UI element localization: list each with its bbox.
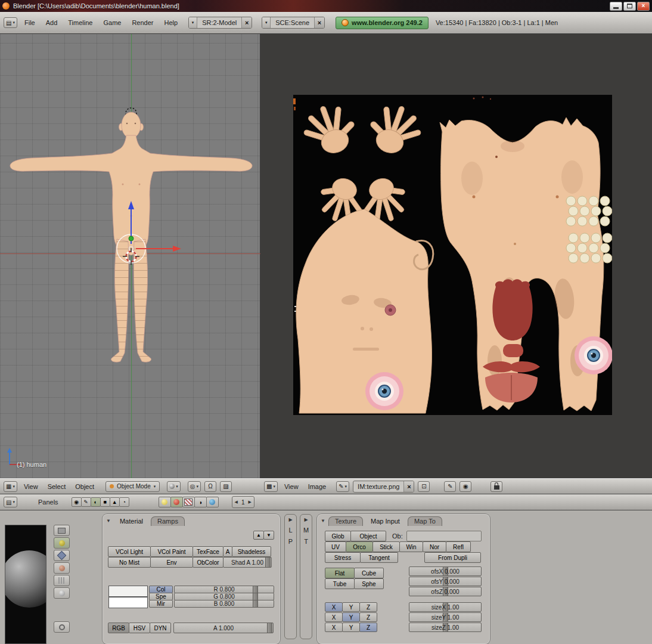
- menu-timeline[interactable]: Timeline: [64, 18, 96, 27]
- x-axis-row3-button[interactable]: X: [325, 623, 343, 632]
- tab-ramps[interactable]: Ramps: [151, 516, 185, 526]
- y-axis-row2-button[interactable]: Y: [342, 612, 360, 622]
- z-axis-row2-button[interactable]: Z: [359, 612, 377, 622]
- stress-toggle[interactable]: Stress: [325, 552, 361, 563]
- screen-selector-value[interactable]: SR:2-Model: [197, 19, 241, 26]
- y-axis-handle[interactable]: [129, 236, 133, 241]
- editor-type-menu[interactable]: ▤▾: [4, 497, 17, 507]
- env-toggle[interactable]: Env: [150, 557, 193, 568]
- collapse-arrow-icon[interactable]: ▼: [106, 518, 111, 524]
- image-browse-dropdown[interactable]: ✎▾: [336, 481, 349, 492]
- tab-map-to[interactable]: Map To: [408, 516, 442, 526]
- texture-image[interactable]: [293, 95, 612, 415]
- glob-toggle[interactable]: Glob: [325, 531, 351, 541]
- lamp-buttons-button[interactable]: [159, 497, 171, 507]
- nor-toggle[interactable]: Nor: [423, 541, 446, 552]
- shadow-alpha-slider[interactable]: Shad A 1.00: [223, 557, 272, 568]
- editor-type-menu[interactable]: ▩▾: [264, 481, 278, 492]
- collapse-arrow-icon[interactable]: ▼: [321, 518, 325, 524]
- ofsx-slider[interactable]: ofsX 0.000: [409, 566, 482, 576]
- preview-sphere-button[interactable]: [54, 537, 70, 549]
- sizey-slider[interactable]: sizeY 1.00: [409, 612, 482, 622]
- browse-icon[interactable]: ▾: [262, 17, 271, 28]
- preview-sky-button[interactable]: [54, 621, 70, 633]
- minimize-button[interactable]: [610, 2, 622, 11]
- uv-toggle[interactable]: UV: [325, 541, 346, 552]
- ofsy-slider[interactable]: ofsY 0.000: [409, 577, 482, 586]
- frame-number-stepper[interactable]: ◀ 1 ▶: [232, 496, 254, 508]
- obcolor-toggle[interactable]: ObColor: [193, 557, 223, 568]
- preview-monkey-button[interactable]: [54, 562, 70, 574]
- menu-help[interactable]: Help: [161, 18, 182, 27]
- menu-add[interactable]: Add: [42, 18, 61, 27]
- sizex-slider[interactable]: sizeX 1.00: [409, 602, 482, 612]
- tab-material[interactable]: Material: [114, 517, 149, 526]
- viewport-3d[interactable]: x (1) human: [0, 34, 260, 478]
- no-mist-toggle[interactable]: No Mist: [108, 557, 151, 568]
- preview-cube-button[interactable]: [54, 550, 70, 561]
- viewport-menu-view[interactable]: View: [21, 482, 41, 491]
- win-toggle[interactable]: Win: [399, 541, 423, 552]
- copy-material-button[interactable]: ▲: [253, 531, 264, 540]
- mir-channel-button[interactable]: Mir: [149, 600, 173, 608]
- render-preview-button[interactable]: ▨: [220, 481, 232, 492]
- sphere-projection-button[interactable]: Sphe: [354, 578, 384, 589]
- texface-toggle[interactable]: TexFace: [193, 546, 223, 557]
- clone-brush-button[interactable]: ◉: [459, 481, 471, 492]
- preview-hair-button[interactable]: [54, 575, 70, 586]
- world-buttons-button[interactable]: [206, 497, 219, 507]
- y-axis-row1-button[interactable]: Y: [342, 602, 360, 612]
- draw-type-dropdown[interactable]: ▾: [167, 481, 181, 492]
- snap-magnet-button[interactable]: Ω: [204, 481, 216, 492]
- image-name-field[interactable]: IM:texture.png ×: [353, 481, 414, 493]
- viewport-menu-select[interactable]: Select: [45, 482, 69, 491]
- maximize-button[interactable]: [623, 2, 636, 11]
- tube-projection-button[interactable]: Tube: [325, 578, 355, 589]
- specular-color-swatch[interactable]: [108, 597, 148, 608]
- orco-toggle[interactable]: Orco: [346, 541, 373, 552]
- from-dupli-toggle[interactable]: From Dupli: [424, 552, 481, 563]
- flat-projection-button[interactable]: Flat: [325, 568, 355, 578]
- unlink-image-button[interactable]: ×: [403, 481, 414, 492]
- browse-icon[interactable]: ▾: [189, 17, 197, 28]
- screen-delete-button[interactable]: ×: [241, 17, 252, 28]
- uv-menu-image[interactable]: Image: [305, 482, 330, 491]
- tangent-toggle[interactable]: Tangent: [360, 552, 398, 563]
- y-axis-row3-button[interactable]: Y: [342, 623, 360, 632]
- rgb-mode-button[interactable]: RGB: [108, 623, 129, 633]
- alpha-slider[interactable]: A 1.000: [173, 623, 274, 633]
- menu-render[interactable]: Render: [128, 18, 157, 27]
- frame-number-value[interactable]: 1: [241, 499, 245, 506]
- image-paint-button[interactable]: ✎: [444, 481, 456, 492]
- scene-delete-button[interactable]: ×: [314, 17, 324, 28]
- scene-selector-value[interactable]: SCE:Scene: [271, 19, 314, 26]
- collapsed-panel-1[interactable]: ▶ L P: [284, 514, 297, 639]
- paste-material-button[interactable]: ▼: [263, 531, 274, 540]
- hsv-mode-button[interactable]: HSV: [129, 623, 150, 633]
- menu-file[interactable]: File: [21, 18, 39, 27]
- preview-bigsphere-button[interactable]: [54, 587, 70, 599]
- update-lock-button[interactable]: [490, 481, 502, 492]
- logic-context-button[interactable]: ◉: [72, 497, 82, 507]
- object-toggle[interactable]: Object: [350, 531, 386, 541]
- vcol-paint-toggle[interactable]: VCol Paint: [150, 546, 193, 557]
- shadeless-toggle[interactable]: Shadeless: [232, 546, 271, 557]
- dyn-mode-button[interactable]: DYN: [150, 623, 171, 633]
- preview-flat-button[interactable]: [54, 525, 70, 536]
- stick-toggle[interactable]: Stick: [372, 541, 400, 552]
- uv-menu-view[interactable]: View: [281, 482, 302, 491]
- alpha-toggle[interactable]: A: [223, 546, 232, 557]
- ofsz-slider[interactable]: ofsZ 0.000: [409, 587, 482, 596]
- cube-projection-button[interactable]: Cube: [354, 568, 384, 578]
- titlebar[interactable]: Blender [C:\Users\adib\Documents\blender…: [0, 0, 652, 12]
- viewport-menu-object[interactable]: Object: [72, 482, 97, 491]
- texture-buttons-button[interactable]: [182, 497, 195, 507]
- scene-selector[interactable]: ▾ SCE:Scene ×: [262, 17, 325, 29]
- diffuse-color-swatch[interactable]: [108, 586, 148, 597]
- pack-image-button[interactable]: ⊡: [418, 481, 430, 492]
- ob-name-field[interactable]: [406, 531, 482, 541]
- scene-context-button[interactable]: ◔: [119, 497, 129, 507]
- panels-menu[interactable]: Panels: [35, 498, 61, 506]
- z-axis-row3-button[interactable]: Z: [359, 623, 377, 632]
- close-button[interactable]: ×: [637, 2, 650, 11]
